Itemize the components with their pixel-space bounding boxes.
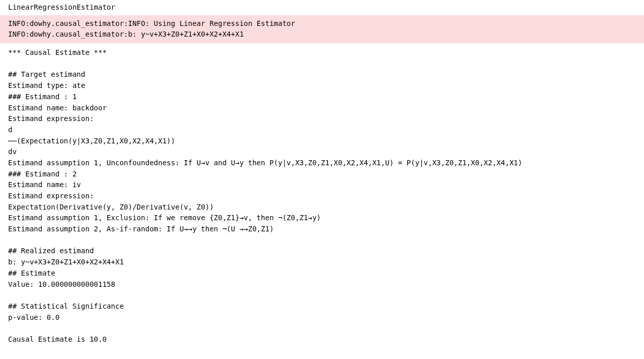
estimand-2-assumption-2: Estimand assumption 2, As-if-random: If … [8, 225, 274, 233]
estimand-1-expression-frac: ──(Expectation(y|X3,Z0,Z1,X0,X2,X4,X1)) [8, 137, 175, 145]
estimand-type: Estimand type: ate [8, 81, 85, 89]
estimand-1-assumption: Estimand assumption 1, Unconfoundedness:… [8, 159, 522, 167]
estimand-1-expression-d: d [8, 126, 12, 134]
p-value: p-value: 0.0 [8, 313, 59, 321]
info-line-1: INFO:dowhy.causal_estimator:INFO: Using … [8, 19, 295, 27]
estimate-value: Value: 10.000000000001158 [8, 280, 115, 288]
statistical-significance-header: ## Statistical Significance [8, 302, 124, 310]
estimand-2-expression: Expectation(Derivative(y, Z0)/Derivative… [8, 203, 214, 211]
estimand-2-name: Estimand name: iv [8, 181, 81, 189]
realized-estimand-header: ## Realized estimand [8, 247, 94, 255]
info-log-block: INFO:dowhy.causal_estimator:INFO: Using … [0, 15, 644, 43]
estimand-2-assumption-1: Estimand assumption 1, Exclusion: If we … [8, 214, 321, 222]
estimand-1-expression-dv: dv [8, 147, 17, 156]
final-causal-estimate: Causal Estimate is 10.0 [8, 335, 107, 343]
estimand-1-name: Estimand name: backdoor [8, 104, 107, 112]
estimand-1-header: ### Estimand : 1 [8, 93, 77, 101]
causal-estimate-header: *** Causal Estimate *** [8, 48, 107, 56]
estimand-2-header: ### Estimand : 2 [8, 170, 77, 178]
info-line-2: INFO:dowhy.causal_estimator:b: y~v+X3+Z0… [8, 30, 244, 38]
estimand-1-expression-label: Estimand expression: [8, 114, 94, 123]
output-block: *** Causal Estimate *** ## Target estima… [0, 43, 644, 353]
estimand-2-expression-label: Estimand expression: [8, 192, 94, 200]
target-estimand-header: ## Target estimand [8, 70, 85, 78]
estimator-title: LinearRegressionEstimator [0, 0, 644, 15]
estimate-header: ## Estimate [8, 269, 55, 277]
realized-estimand-expression: b: y~v+X3+Z0+Z1+X0+X2+X4+X1 [8, 258, 124, 266]
